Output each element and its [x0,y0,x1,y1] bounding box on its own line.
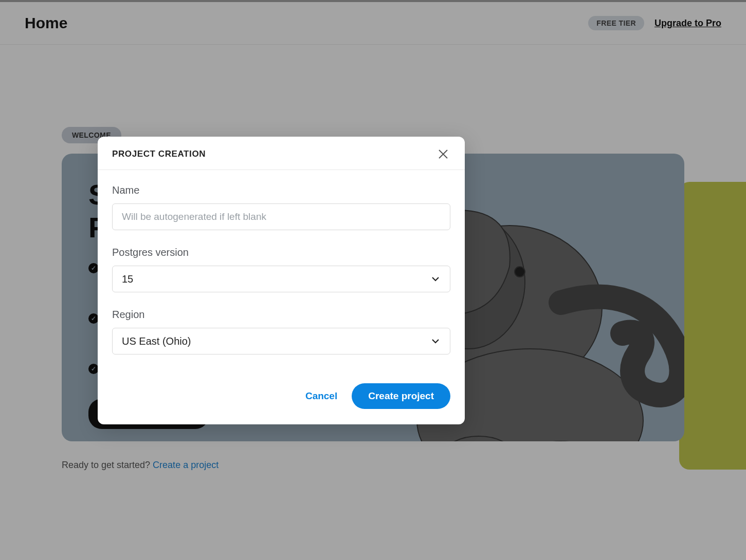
page-root: Home FREE TIER Upgrade to Pro WELCOME S … [0,0,746,560]
modal-footer: Cancel Create project [98,376,465,424]
modal-body: Name Postgres version 15 [98,170,465,376]
region-label: Region [112,309,450,321]
region-value: US East (Ohio) [122,335,191,347]
modal-overlay[interactable]: PROJECT CREATION Name Postgres version [0,2,746,560]
postgres-version-value: 15 [122,273,133,285]
region-select[interactable]: US East (Ohio) [112,328,450,354]
postgres-version-field: Postgres version 15 [112,247,450,292]
name-label: Name [112,184,450,196]
modal-header: PROJECT CREATION [98,137,465,170]
name-field: Name [112,184,450,230]
chevron-down-icon [430,336,441,346]
create-project-button[interactable]: Create project [352,383,450,409]
close-button[interactable] [436,147,450,161]
region-field: Region US East (Ohio) [112,309,450,354]
close-icon [438,148,449,160]
postgres-version-label: Postgres version [112,247,450,258]
modal-title: PROJECT CREATION [112,149,206,159]
chevron-down-icon [430,274,441,284]
cancel-button[interactable]: Cancel [305,390,337,402]
project-creation-modal: PROJECT CREATION Name Postgres version [98,137,465,424]
postgres-version-select[interactable]: 15 [112,266,450,292]
name-input[interactable] [112,203,450,230]
